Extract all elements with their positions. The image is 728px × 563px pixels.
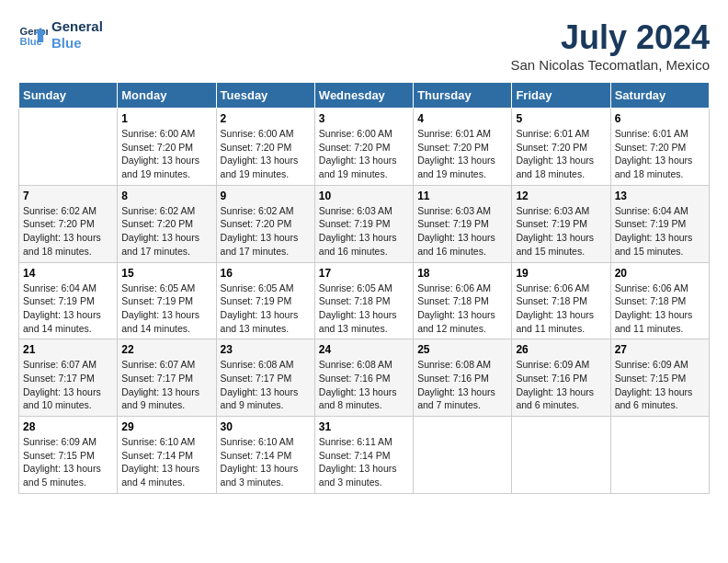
calendar-cell: 30Sunrise: 6:10 AM Sunset: 7:14 PM Dayli… — [216, 417, 314, 494]
calendar-week-1: 1Sunrise: 6:00 AM Sunset: 7:20 PM Daylig… — [19, 109, 710, 186]
title-block: July 2024 San Nicolas Tecomatlan, Mexico — [511, 18, 711, 73]
logo-general: General — [51, 18, 103, 35]
calendar-cell: 3Sunrise: 6:00 AM Sunset: 7:20 PM Daylig… — [314, 109, 413, 186]
day-number: 2 — [221, 112, 311, 125]
calendar-week-4: 21Sunrise: 6:07 AM Sunset: 7:17 PM Dayli… — [19, 339, 710, 417]
weekday-header-monday: Monday — [118, 83, 216, 109]
calendar-cell: 15Sunrise: 6:05 AM Sunset: 7:19 PM Dayli… — [118, 262, 216, 339]
calendar-cell: 22Sunrise: 6:07 AM Sunset: 7:17 PM Dayli… — [118, 339, 216, 417]
day-info: Sunrise: 6:11 AM Sunset: 7:14 PM Dayligh… — [319, 435, 409, 489]
day-number: 3 — [319, 112, 409, 125]
day-number: 12 — [516, 190, 606, 202]
calendar-cell: 28Sunrise: 6:09 AM Sunset: 7:15 PM Dayli… — [19, 417, 118, 494]
day-number: 23 — [221, 343, 311, 356]
day-info: Sunrise: 6:00 AM Sunset: 7:20 PM Dayligh… — [319, 127, 409, 181]
day-info: Sunrise: 6:06 AM Sunset: 7:18 PM Dayligh… — [516, 282, 606, 336]
calendar-cell: 31Sunrise: 6:11 AM Sunset: 7:14 PM Dayli… — [314, 417, 413, 494]
calendar-cell — [512, 417, 610, 494]
day-number: 24 — [319, 343, 409, 356]
day-info: Sunrise: 6:06 AM Sunset: 7:18 PM Dayligh… — [417, 282, 507, 336]
calendar-cell: 23Sunrise: 6:08 AM Sunset: 7:17 PM Dayli… — [216, 339, 314, 417]
day-info: Sunrise: 6:01 AM Sunset: 7:20 PM Dayligh… — [417, 127, 507, 181]
day-number: 8 — [121, 190, 211, 202]
day-info: Sunrise: 6:03 AM Sunset: 7:19 PM Dayligh… — [319, 204, 409, 259]
day-number: 20 — [615, 267, 705, 280]
calendar-cell — [414, 417, 512, 494]
day-info: Sunrise: 6:09 AM Sunset: 7:15 PM Dayligh… — [23, 435, 113, 489]
day-number: 17 — [319, 267, 409, 280]
day-number: 18 — [417, 267, 507, 280]
day-info: Sunrise: 6:08 AM Sunset: 7:17 PM Dayligh… — [221, 358, 311, 412]
day-info: Sunrise: 6:10 AM Sunset: 7:14 PM Dayligh… — [121, 435, 211, 489]
day-info: Sunrise: 6:09 AM Sunset: 7:15 PM Dayligh… — [615, 358, 705, 412]
day-number: 19 — [516, 267, 606, 280]
day-number: 27 — [615, 343, 705, 356]
day-number: 9 — [221, 190, 311, 202]
calendar-week-5: 28Sunrise: 6:09 AM Sunset: 7:15 PM Dayli… — [19, 417, 710, 494]
calendar-cell — [19, 109, 118, 186]
logo: General Blue General Blue — [18, 18, 103, 52]
day-info: Sunrise: 6:05 AM Sunset: 7:19 PM Dayligh… — [221, 282, 311, 336]
day-number: 16 — [221, 267, 311, 280]
day-info: Sunrise: 6:03 AM Sunset: 7:19 PM Dayligh… — [516, 204, 606, 259]
calendar-cell: 5Sunrise: 6:01 AM Sunset: 7:20 PM Daylig… — [512, 109, 610, 186]
weekday-header-sunday: Sunday — [19, 83, 118, 109]
weekday-header-friday: Friday — [512, 83, 610, 109]
day-number: 14 — [23, 267, 113, 280]
calendar-cell: 10Sunrise: 6:03 AM Sunset: 7:19 PM Dayli… — [314, 185, 413, 262]
day-number: 13 — [615, 190, 705, 202]
calendar-cell: 2Sunrise: 6:00 AM Sunset: 7:20 PM Daylig… — [216, 109, 314, 186]
calendar-cell: 26Sunrise: 6:09 AM Sunset: 7:16 PM Dayli… — [512, 339, 610, 417]
day-number: 29 — [121, 420, 211, 433]
calendar-cell: 4Sunrise: 6:01 AM Sunset: 7:20 PM Daylig… — [414, 109, 512, 186]
calendar-cell: 7Sunrise: 6:02 AM Sunset: 7:20 PM Daylig… — [19, 185, 118, 262]
calendar-cell: 24Sunrise: 6:08 AM Sunset: 7:16 PM Dayli… — [314, 339, 413, 417]
month-title: July 2024 — [511, 18, 711, 57]
weekday-header-thursday: Thursday — [414, 83, 512, 109]
calendar-cell: 27Sunrise: 6:09 AM Sunset: 7:15 PM Dayli… — [610, 339, 709, 417]
day-info: Sunrise: 6:00 AM Sunset: 7:20 PM Dayligh… — [121, 127, 211, 181]
day-info: Sunrise: 6:03 AM Sunset: 7:19 PM Dayligh… — [417, 204, 507, 259]
day-number: 31 — [319, 420, 409, 433]
calendar-cell: 19Sunrise: 6:06 AM Sunset: 7:18 PM Dayli… — [512, 262, 610, 339]
calendar-cell: 9Sunrise: 6:02 AM Sunset: 7:20 PM Daylig… — [216, 185, 314, 262]
logo-blue: Blue — [51, 35, 103, 52]
calendar-week-3: 14Sunrise: 6:04 AM Sunset: 7:19 PM Dayli… — [19, 262, 710, 339]
day-number: 30 — [221, 420, 311, 433]
calendar-cell: 25Sunrise: 6:08 AM Sunset: 7:16 PM Dayli… — [414, 339, 512, 417]
page-header: General Blue General Blue July 2024 San … — [18, 18, 710, 73]
day-info: Sunrise: 6:05 AM Sunset: 7:18 PM Dayligh… — [319, 282, 409, 336]
calendar-cell: 6Sunrise: 6:01 AM Sunset: 7:20 PM Daylig… — [610, 109, 709, 186]
calendar-cell: 16Sunrise: 6:05 AM Sunset: 7:19 PM Dayli… — [216, 262, 314, 339]
day-info: Sunrise: 6:05 AM Sunset: 7:19 PM Dayligh… — [121, 282, 211, 336]
day-number: 10 — [319, 190, 409, 202]
day-info: Sunrise: 6:02 AM Sunset: 7:20 PM Dayligh… — [23, 204, 113, 259]
calendar-cell: 18Sunrise: 6:06 AM Sunset: 7:18 PM Dayli… — [414, 262, 512, 339]
calendar-table: SundayMondayTuesdayWednesdayThursdayFrid… — [18, 82, 710, 494]
day-info: Sunrise: 6:06 AM Sunset: 7:18 PM Dayligh… — [615, 282, 705, 336]
calendar-cell: 20Sunrise: 6:06 AM Sunset: 7:18 PM Dayli… — [610, 262, 709, 339]
day-number: 25 — [417, 343, 507, 356]
day-number: 28 — [23, 420, 113, 433]
calendar-cell: 13Sunrise: 6:04 AM Sunset: 7:19 PM Dayli… — [610, 185, 709, 262]
day-number: 15 — [121, 267, 211, 280]
day-info: Sunrise: 6:04 AM Sunset: 7:19 PM Dayligh… — [23, 282, 113, 336]
day-info: Sunrise: 6:01 AM Sunset: 7:20 PM Dayligh… — [615, 127, 705, 181]
calendar-cell: 1Sunrise: 6:00 AM Sunset: 7:20 PM Daylig… — [118, 109, 216, 186]
day-number: 26 — [516, 343, 606, 356]
calendar-cell — [610, 417, 709, 494]
weekday-header-tuesday: Tuesday — [216, 83, 314, 109]
calendar-week-2: 7Sunrise: 6:02 AM Sunset: 7:20 PM Daylig… — [19, 185, 710, 262]
day-info: Sunrise: 6:07 AM Sunset: 7:17 PM Dayligh… — [121, 358, 211, 412]
day-info: Sunrise: 6:02 AM Sunset: 7:20 PM Dayligh… — [221, 204, 311, 259]
day-info: Sunrise: 6:08 AM Sunset: 7:16 PM Dayligh… — [319, 358, 409, 412]
day-number: 21 — [23, 343, 113, 356]
day-info: Sunrise: 6:02 AM Sunset: 7:20 PM Dayligh… — [121, 204, 211, 259]
day-number: 7 — [23, 190, 113, 202]
calendar-cell: 17Sunrise: 6:05 AM Sunset: 7:18 PM Dayli… — [314, 262, 413, 339]
day-number: 22 — [121, 343, 211, 356]
location-subtitle: San Nicolas Tecomatlan, Mexico — [511, 57, 711, 73]
day-info: Sunrise: 6:04 AM Sunset: 7:19 PM Dayligh… — [615, 204, 705, 259]
day-number: 11 — [417, 190, 507, 202]
logo-icon: General Blue — [18, 20, 48, 50]
